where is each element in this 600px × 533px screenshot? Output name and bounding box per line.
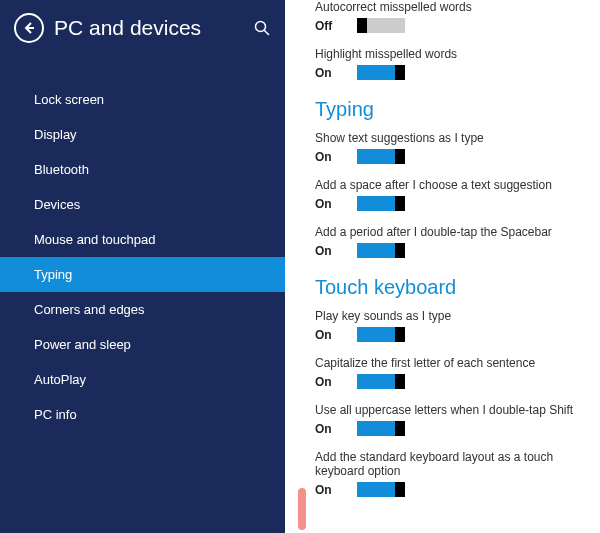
search-button[interactable]	[253, 19, 271, 37]
setting-state-row: On	[315, 196, 580, 211]
settings-group: Touch keyboardPlay key sounds as I typeO…	[315, 276, 580, 497]
setting-label: Capitalize the first letter of each sent…	[315, 356, 580, 370]
page-title: PC and devices	[54, 16, 253, 40]
setting-label: Use all uppercase letters when I double-…	[315, 403, 580, 417]
sidebar-item-label: PC info	[34, 407, 77, 422]
sidebar-item-label: AutoPlay	[34, 372, 86, 387]
sidebar-item-lock-screen[interactable]: Lock screen	[0, 82, 285, 117]
setting-row: Play key sounds as I typeOn	[315, 309, 580, 342]
setting-label: Highlight misspelled words	[315, 47, 580, 61]
setting-state-row: On	[315, 243, 580, 258]
toggle-switch[interactable]	[357, 243, 405, 258]
toggle-switch[interactable]	[357, 149, 405, 164]
setting-state-text: On	[315, 66, 357, 80]
setting-state-row: On	[315, 149, 580, 164]
toggle-switch[interactable]	[357, 196, 405, 211]
setting-state-row: On	[315, 421, 580, 436]
sidebar-item-label: Bluetooth	[34, 162, 89, 177]
sidebar-item-label: Corners and edges	[34, 302, 145, 317]
sidebar-item-label: Lock screen	[34, 92, 104, 107]
back-button[interactable]	[14, 13, 44, 43]
sidebar-item-power-and-sleep[interactable]: Power and sleep	[0, 327, 285, 362]
sidebar-item-devices[interactable]: Devices	[0, 187, 285, 222]
setting-state-text: On	[315, 244, 357, 258]
sidebar-item-typing[interactable]: Typing	[0, 257, 285, 292]
setting-state-row: On	[315, 482, 580, 497]
setting-label: Add the standard keyboard layout as a to…	[315, 450, 580, 478]
setting-row: Use all uppercase letters when I double-…	[315, 403, 580, 436]
section-title: Typing	[315, 98, 580, 121]
setting-state-text: On	[315, 150, 357, 164]
setting-row: Add a period after I double-tap the Spac…	[315, 225, 580, 258]
settings-group: TypingShow text suggestions as I typeOnA…	[315, 98, 580, 258]
toggle-switch[interactable]	[357, 327, 405, 342]
setting-state-text: On	[315, 422, 357, 436]
sidebar-item-label: Devices	[34, 197, 80, 212]
toggle-switch[interactable]	[357, 482, 405, 497]
sidebar-header: PC and devices	[0, 0, 285, 56]
sidebar-item-corners-and-edges[interactable]: Corners and edges	[0, 292, 285, 327]
setting-state-text: On	[315, 375, 357, 389]
toggle-switch[interactable]	[357, 18, 405, 33]
toggle-switch[interactable]	[357, 421, 405, 436]
toggle-switch[interactable]	[357, 374, 405, 389]
search-icon	[254, 20, 270, 36]
setting-row: Highlight misspelled wordsOn	[315, 47, 580, 80]
sidebar-item-label: Power and sleep	[34, 337, 131, 352]
svg-line-2	[264, 30, 269, 35]
setting-state-text: On	[315, 483, 357, 497]
setting-label: Play key sounds as I type	[315, 309, 580, 323]
sidebar-item-label: Typing	[34, 267, 72, 282]
setting-state-text: On	[315, 328, 357, 342]
setting-label: Add a space after I choose a text sugges…	[315, 178, 580, 192]
setting-state-row: On	[315, 65, 580, 80]
sidebar-list: Lock screenDisplayBluetoothDevicesMouse …	[0, 56, 285, 432]
setting-row: Show text suggestions as I typeOn	[315, 131, 580, 164]
settings-content: Autocorrect misspelled wordsOffHighlight…	[285, 0, 600, 533]
settings-group: Autocorrect misspelled wordsOffHighlight…	[315, 0, 580, 80]
sidebar-item-label: Mouse and touchpad	[34, 232, 155, 247]
setting-label: Add a period after I double-tap the Spac…	[315, 225, 580, 239]
toggle-switch[interactable]	[357, 65, 405, 80]
setting-state-text: On	[315, 197, 357, 211]
setting-state-row: Off	[315, 18, 580, 33]
setting-label: Autocorrect misspelled words	[315, 0, 580, 14]
setting-label: Show text suggestions as I type	[315, 131, 580, 145]
sidebar-item-autoplay[interactable]: AutoPlay	[0, 362, 285, 397]
setting-state-text: Off	[315, 19, 357, 33]
setting-state-row: On	[315, 374, 580, 389]
setting-row: Add a space after I choose a text sugges…	[315, 178, 580, 211]
setting-row: Add the standard keyboard layout as a to…	[315, 450, 580, 497]
setting-state-row: On	[315, 327, 580, 342]
arrow-left-icon	[22, 21, 36, 35]
svg-point-1	[256, 22, 266, 32]
sidebar-item-pc-info[interactable]: PC info	[0, 397, 285, 432]
sidebar-item-mouse-and-touchpad[interactable]: Mouse and touchpad	[0, 222, 285, 257]
setting-row: Capitalize the first letter of each sent…	[315, 356, 580, 389]
sidebar-item-label: Display	[34, 127, 77, 142]
setting-row: Autocorrect misspelled wordsOff	[315, 0, 580, 33]
section-title: Touch keyboard	[315, 276, 580, 299]
sidebar: PC and devices Lock screenDisplayBluetoo…	[0, 0, 285, 533]
sidebar-item-bluetooth[interactable]: Bluetooth	[0, 152, 285, 187]
sidebar-item-display[interactable]: Display	[0, 117, 285, 152]
